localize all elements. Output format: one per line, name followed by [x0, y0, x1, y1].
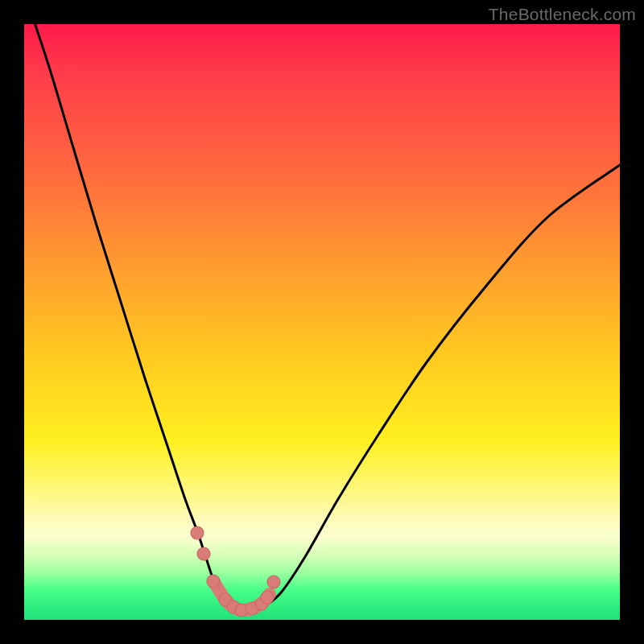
curve-svg	[24, 24, 620, 620]
chart-frame: TheBottleneck.com	[0, 0, 644, 644]
watermark-text: TheBottleneck.com	[489, 5, 636, 24]
curve-marker	[267, 576, 280, 588]
curve-marker	[191, 526, 204, 539]
curve-marker	[207, 575, 220, 588]
plot-area	[24, 24, 620, 620]
marker-group	[191, 526, 280, 617]
curve-marker	[261, 591, 274, 604]
bottleneck-curve	[24, 24, 620, 611]
curve-marker	[197, 547, 210, 560]
